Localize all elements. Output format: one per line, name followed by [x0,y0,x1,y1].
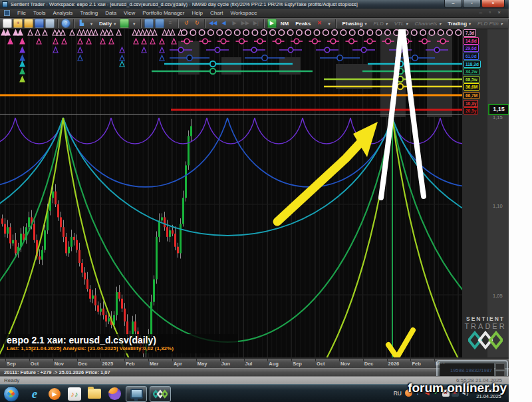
sentient-mini-logo-icon [153,389,168,399]
clear-icon[interactable]: ✕ [315,19,324,28]
open-file-icon[interactable]: + [13,19,23,28]
menu-item-trading[interactable]: Trading [80,10,98,16]
menu-item-analysis[interactable]: Analysis [53,10,73,16]
taskbar-item-ie[interactable]: e [27,387,43,401]
axis-month-label: 2026 [388,361,400,367]
chart-title-overlay: евро 2.1 хаи: eurusd_d.csv(daily) Last: … [4,334,238,353]
toolbar-label-peaks[interactable]: Peaks [292,20,314,27]
range-up-button[interactable] [495,363,505,370]
chart-subtitle: Last: 1,15[21.04.2025] Analysis: [21.04.… [7,345,234,351]
chart-title: евро 2.1 хаи: eurusd_d.csv(daily) [7,335,234,345]
toolbar: + ? ▙ ▾ Daily▾ ▾ ≡ ↺ ↻ ◀◀ ◀ ▶ ▶▶ ▶| ▶ NM… [0,18,509,29]
toolbar-button-vtl: VTL▾ [391,20,412,27]
desktop-screenshot: Sentient Trader - Workspace: евро 2.1 ха… [0,0,532,402]
axis-month-label: Oct [317,361,325,367]
first-bar-icon[interactable]: ◀◀ [208,19,217,28]
last-bar-icon: ▶| [251,19,261,28]
maximize-button[interactable]: ▫ [463,0,481,8]
prev-bar-icon[interactable]: ◀ [219,19,228,28]
close-button[interactable]: × [481,0,505,8]
taskbar-item-remote-desktop[interactable] [126,386,147,402]
interval-select[interactable]: Daily▾ [96,20,119,27]
axis-month-label: May [198,361,207,367]
axis-month-label: Nov [55,361,64,367]
taskbar-item-explorer[interactable] [86,387,102,401]
chart-type-icon[interactable]: ▙ [77,19,86,28]
menu-bar: FileToolsAnalysisTradingDataViewPortfoli… [0,9,509,18]
data-dropdown[interactable]: ▾ [130,21,138,27]
monitor-icon [130,389,143,399]
menu-item-view[interactable]: View [124,10,135,16]
cycle-badge-61.0d: 61,0d [464,53,479,60]
cycle-badge-7.3d: 7,3d [464,29,476,37]
axis-tick [29,359,30,361]
menu-item-tools[interactable]: Tools [33,10,46,16]
cycle-badge-66.7M: 66,7M [464,92,479,99]
run-analysis-icon[interactable]: ▶ [267,19,277,28]
price-chart-canvas[interactable] [0,29,462,357]
menu-item-chart[interactable]: Chart [210,10,223,16]
cycle-badge-29.6d: 29,6d [464,45,479,52]
minimize-button[interactable]: – [444,0,462,8]
axis-tick [267,359,268,361]
axis-tick [410,359,411,361]
internet-explorer-icon: e [32,387,37,401]
mdi-window-controls[interactable]: – ▫ × [479,9,503,15]
sentient-trader-window: Sentient Trader - Workspace: евро 2.1 ха… [0,0,509,402]
language-indicator[interactable]: RU [394,390,402,397]
axis-month-label: Feb [126,361,134,367]
tile-windows-icon[interactable] [155,19,164,28]
browser-icon [108,387,121,400]
axis-tick [244,359,245,361]
window-titlebar[interactable]: Sentient Trader - Workspace: евро 2.1 ха… [0,0,509,9]
menu-item-data[interactable]: Data [105,10,116,16]
menu-item-file[interactable]: File [17,10,26,16]
time-axis[interactable]: SepOctNovDec2025FebMarAprMayJunJulAugSep… [0,357,509,368]
sentient-trader-logo: SENTIENT TRADER [462,315,509,353]
cycle-badge-10.3y: 10,3y [464,100,478,107]
chart-type-dropdown[interactable]: ▾ [87,21,96,27]
price-axis-strip [487,29,509,357]
taskbar-item-music[interactable]: ♪♪ [66,387,82,401]
menu-item-workspace[interactable]: Workspace [230,10,257,16]
export-icon[interactable] [45,19,55,28]
taskbar-item-sentient-trader[interactable] [150,386,171,402]
taskbar-item-browser[interactable] [106,387,122,401]
window-layout-icon[interactable] [144,19,154,28]
save-icon[interactable] [35,19,44,28]
axis-tick [220,359,221,361]
undo-icon[interactable]: ↺ [182,19,191,28]
axis-tick [100,359,101,361]
data-icon[interactable] [120,19,129,28]
help-icon[interactable]: ? [61,19,70,28]
axis-tick [196,359,197,361]
taskbar-item-media-player[interactable]: ▶ [47,387,63,401]
axis-tick [172,359,173,361]
clear-dropdown[interactable]: ▾ [325,21,333,27]
toolbar-label-nm[interactable]: NM [277,20,292,27]
axis-tick [148,359,149,361]
redo-icon[interactable]: ↻ [192,19,201,28]
toolbar-button-phasing[interactable]: Phasing▾ [338,20,370,27]
menu-item-help[interactable]: Help [192,10,202,16]
cycle-badge-34.2w: 34,2w [464,68,479,75]
last-price-box: 1,15 [488,104,509,115]
cycle-badge-36.6M: 36,6M [464,83,479,91]
axis-tick [363,359,364,361]
axis-month-label: Nov [340,361,350,367]
windows-flag-icon [7,389,15,398]
axis-tick [77,359,78,361]
axis-tick [339,359,340,361]
menu-item-portfolio-manager[interactable]: Portfolio Manager [142,10,184,16]
open-folder-icon[interactable] [24,19,33,28]
axis-month-label: Feb [412,361,420,367]
start-button[interactable] [3,386,19,402]
toolbar-button-trading[interactable]: Trading▾ [444,20,474,27]
status-text: Ready [4,377,19,383]
axis-month-label: Aug [269,361,279,367]
axis-tick [291,359,292,361]
next-bar-icon: ▶ [229,19,239,28]
toolbar-button-fld: FLD▾ [370,20,391,27]
window-title: Sentient Trader - Workspace: евро 2.1 ха… [11,1,358,7]
new-file-icon[interactable] [3,19,12,28]
